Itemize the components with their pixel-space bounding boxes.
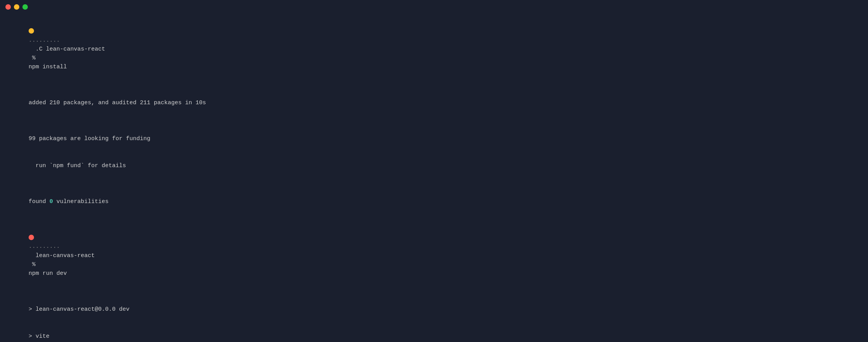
vuln-count: 0 (49, 198, 53, 205)
prompt-icon-2 (29, 235, 34, 240)
output-text-3: run `npm fund` for details (29, 163, 126, 169)
prompt-symbol-2: % (29, 261, 39, 268)
minimize-button[interactable] (14, 4, 19, 10)
found-text: found (29, 198, 49, 205)
output-line-1: added 210 packages, and audited 211 pack… (8, 90, 860, 117)
blank-2 (8, 117, 860, 125)
dev-line-1: > lean-canvas-react@0.0.0 dev (8, 296, 860, 323)
dev-text-1: > lean-canvas-react@0.0.0 dev (29, 306, 129, 313)
blank-3 (8, 179, 860, 188)
maximize-button[interactable] (22, 4, 28, 10)
terminal-content: ......... .C lean-canvas-react % npm ins… (0, 14, 868, 342)
dev-text-2: > vite (29, 333, 49, 340)
prompt-line-1: ......... .C lean-canvas-react % npm ins… (8, 18, 860, 81)
prompt-path-2: lean-canvas-react (29, 252, 95, 259)
prompt-cmd-1: npm install (29, 64, 67, 70)
prompt-user-2: ......... (29, 243, 60, 250)
output-text-1: added 210 packages, and audited 211 pack… (29, 100, 206, 106)
prompt-user-1: ......... (29, 37, 60, 44)
blank-5 (8, 287, 860, 296)
prompt-cmd-2: npm run dev (29, 270, 67, 277)
vuln-text: vulnerabilities (53, 198, 109, 205)
output-line-3: run `npm fund` for details (8, 152, 860, 179)
output-text-2: 99 packages are looking for funding (29, 135, 150, 142)
close-button[interactable] (5, 4, 11, 10)
output-line-2: 99 packages are looking for funding (8, 125, 860, 152)
title-bar (0, 0, 868, 14)
prompt-symbol-1: % (29, 55, 39, 61)
prompt-icon-1 (29, 28, 34, 34)
prompt-path-1: .C lean-canvas-react (29, 46, 105, 52)
terminal-window: ......... .C lean-canvas-react % npm ins… (0, 0, 868, 342)
dev-line-2: > vite (8, 323, 860, 342)
blank-1 (8, 81, 860, 90)
found-line: found 0 vulnerabilities (8, 188, 860, 215)
blank-4 (8, 215, 860, 224)
prompt-line-2: ......... lean-canvas-react % npm run de… (8, 224, 860, 287)
